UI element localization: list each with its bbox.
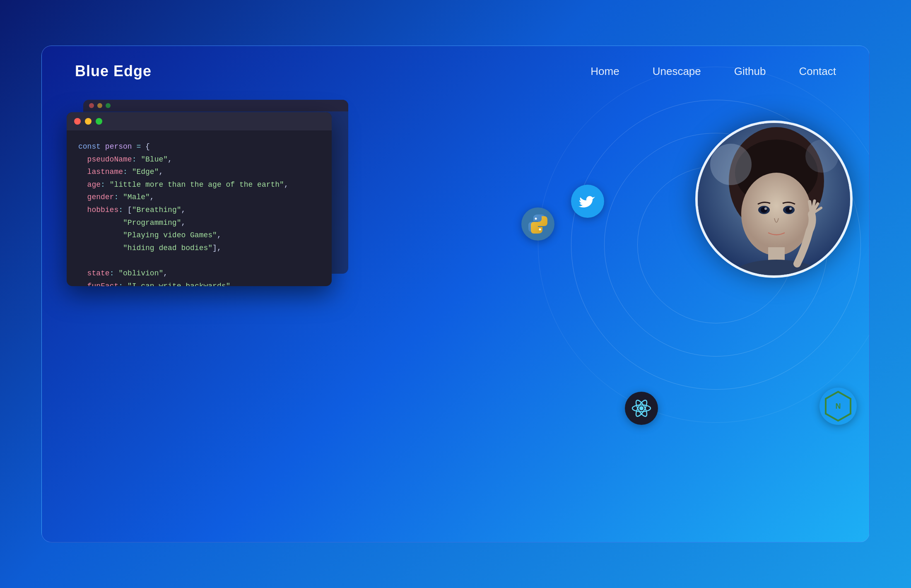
code-line-empty — [78, 254, 320, 267]
nav-link-contact[interactable]: Contact — [799, 65, 836, 77]
dot-yellow — [85, 118, 92, 125]
code-line-7: "Programming", — [78, 217, 320, 229]
svg-point-3 — [741, 173, 812, 255]
code-line-6: hobbies: ["Breathing", — [78, 204, 320, 217]
code-line-3: lastname: "Edge", — [78, 166, 320, 178]
svg-point-9 — [789, 207, 792, 210]
code-body: const person = { pseudoName: "Blue", las… — [67, 130, 332, 286]
code-line-8: "Playing video Games", — [78, 229, 320, 242]
nav-link-github[interactable]: Github — [734, 65, 766, 77]
navbar: Blue Edge Home Unescape Github Contact — [42, 46, 869, 96]
nav-item-home[interactable]: Home — [590, 65, 619, 78]
avatar-svg — [698, 123, 850, 275]
python-svg — [528, 214, 548, 234]
svg-point-15 — [539, 229, 541, 231]
code-line-9: "hiding dead bodies"], — [78, 242, 320, 255]
code-line-10: state: "oblivion", — [78, 267, 320, 280]
twitter-svg — [578, 192, 597, 210]
twitter-icon[interactable] — [571, 185, 604, 218]
python-icon[interactable] — [521, 207, 554, 241]
dot-green — [96, 118, 102, 125]
nav-item-contact[interactable]: Contact — [799, 65, 836, 78]
main-container: Blue Edge Home Unescape Github Contact — [41, 46, 870, 542]
nav-item-github[interactable]: Github — [734, 65, 766, 78]
react-icon[interactable] — [625, 392, 658, 425]
brand-logo[interactable]: Blue Edge — [75, 63, 152, 80]
svg-point-14 — [535, 218, 537, 220]
nav-item-unescape[interactable]: Unescape — [653, 65, 701, 78]
nodejs-svg: N — [822, 390, 855, 423]
code-line-11: funFact: "I can write backwards" — [78, 280, 320, 286]
code-window: const person = { pseudoName: "Blue", las… — [67, 112, 332, 286]
code-line-2: pseudoName: "Blue", — [78, 153, 320, 166]
code-line-1: const person = { — [78, 140, 320, 153]
dot-red — [74, 118, 81, 125]
code-line-5: gender: "Male", — [78, 191, 320, 204]
nodejs-icon[interactable]: N — [819, 388, 857, 425]
nav-link-unescape[interactable]: Unescape — [653, 65, 701, 77]
svg-point-12 — [710, 144, 752, 185]
window-titlebar — [67, 112, 332, 130]
left-section: const person = { pseudoName: "Blue", las… — [67, 112, 332, 286]
code-line-4: age: "little more than the age of the ea… — [78, 178, 320, 191]
right-section: N — [521, 79, 870, 493]
svg-point-16 — [639, 406, 643, 410]
svg-point-13 — [805, 140, 839, 173]
svg-point-8 — [764, 207, 767, 210]
nav-links: Home Unescape Github Contact — [590, 65, 836, 78]
react-svg — [631, 398, 652, 419]
avatar-container — [695, 120, 853, 278]
svg-text:N: N — [836, 402, 841, 410]
avatar-image — [698, 123, 850, 275]
nav-link-home[interactable]: Home — [590, 65, 619, 77]
